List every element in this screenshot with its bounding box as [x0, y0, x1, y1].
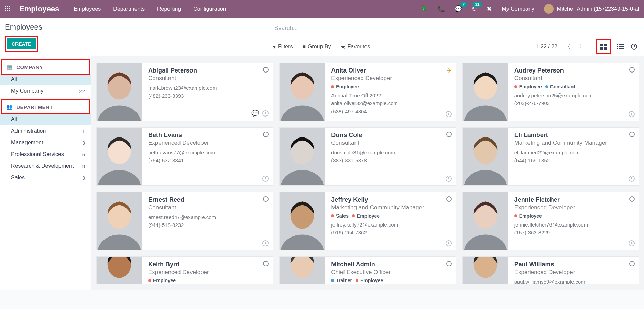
clock-icon[interactable] [446, 176, 452, 182]
presence-icon[interactable] [629, 132, 635, 137]
employee-card[interactable]: Anita OliverExperienced DeveloperEmploye… [279, 63, 456, 121]
presence-icon[interactable] [263, 261, 269, 266]
sidebar-item-label: My Company [11, 88, 43, 94]
clock-icon[interactable] [262, 240, 269, 246]
tag-dot-icon [514, 85, 517, 88]
employee-tag: Trainer [331, 278, 352, 283]
employee-body: Ernest ReedConsultanternest.reed47@examp… [142, 192, 273, 250]
favorites-button[interactable]: ★ Favorites [341, 44, 370, 50]
sidebar-department-item[interactable]: All [0, 113, 91, 125]
clock-icon[interactable] [262, 176, 269, 182]
employee-role: Consultant [148, 204, 268, 211]
sidebar-item-label: Sales [11, 175, 25, 181]
bug-icon[interactable]: 🪲 [420, 5, 428, 13]
activity-view-button[interactable] [630, 42, 638, 51]
employee-tags: Employee [148, 278, 268, 283]
clock-icon[interactable] [629, 111, 635, 117]
employee-body: Jennie FletcherExperienced DeveloperEmpl… [508, 192, 639, 250]
sidebar-department-item[interactable]: Administration1 [0, 125, 91, 137]
sidebar-department-item[interactable]: Sales3 [0, 172, 91, 184]
employee-card[interactable]: Mitchell AdminChief Executive OfficerTra… [279, 256, 456, 284]
employee-photo [463, 257, 508, 284]
employee-card[interactable]: Beth EvansExperienced Developerbeth.evan… [96, 127, 273, 186]
pager-range[interactable]: 1-22 / 22 [536, 44, 557, 50]
employee-card[interactable]: Eli LambertMarketing and Community Manag… [462, 127, 639, 186]
presence-icon[interactable] [629, 67, 635, 73]
clock-icon[interactable] [446, 240, 452, 246]
groupby-button[interactable]: ≡ Group By [303, 44, 331, 50]
sidebar-department-header[interactable]: 👥 DEPARTMENT [2, 100, 89, 113]
phone-icon[interactable]: 📞 [437, 5, 445, 13]
groupby-label: Group By [308, 44, 331, 50]
company-selector[interactable]: My Company [502, 6, 534, 12]
presence-icon[interactable] [629, 261, 635, 266]
tag-dot-icon [331, 85, 334, 88]
nav-reporting[interactable]: Reporting [157, 6, 181, 12]
card-status-tr [629, 261, 635, 266]
employee-card[interactable]: Jeffrey KellyMarketing and Community Man… [279, 192, 456, 250]
presence-icon[interactable] [263, 196, 269, 202]
employee-name: Jeffrey Kelly [331, 196, 451, 203]
pager-next-icon[interactable]: 〉 [578, 42, 586, 52]
employee-card[interactable]: Paul WilliamsExperienced Developerpaul.w… [462, 256, 639, 284]
employee-card[interactable]: Ernest ReedConsultanternest.reed47@examp… [96, 192, 273, 250]
chat-icon[interactable]: 💬 7 [455, 5, 462, 13]
create-button[interactable]: CREATE [7, 38, 36, 49]
employee-tags: Employee [514, 213, 634, 219]
chat-badge: 7 [460, 2, 467, 7]
tag-dot-icon [545, 85, 548, 88]
favorites-label: Favorites [348, 44, 370, 50]
sidebar-company-header[interactable]: 🏢 COMPANY [2, 60, 89, 74]
apps-icon[interactable] [5, 6, 11, 12]
presence-icon[interactable] [446, 196, 452, 202]
employee-card[interactable]: Keith ByrdExperienced DeveloperEmployee [96, 256, 273, 284]
employee-tag: Employee [514, 84, 542, 89]
employee-body: Keith ByrdExperienced DeveloperEmployee [142, 257, 273, 284]
employee-role: Consultant [148, 75, 268, 82]
presence-icon[interactable] [446, 261, 452, 266]
clock-icon[interactable] [262, 110, 269, 117]
employee-role: Experienced Developer [148, 140, 268, 146]
sidebar-company-item[interactable]: All [0, 74, 91, 85]
sidebar-department-item[interactable]: Professional Services5 [0, 148, 91, 160]
list-view-button[interactable] [616, 42, 625, 51]
sidebar-department-item[interactable]: Research & Development8 [0, 160, 91, 172]
tag-label: Consultant [550, 84, 575, 89]
pager-prev-icon[interactable]: 〈 [564, 42, 572, 52]
presence-icon[interactable] [446, 132, 452, 137]
employee-meta: ernest.reed47@example.com(944)-518-8232 [148, 213, 268, 229]
clock-icon[interactable] [446, 111, 452, 117]
employee-card[interactable]: Audrey PetersonConsultantEmployeeConsult… [462, 63, 639, 121]
nav-departments[interactable]: Departments [113, 6, 145, 12]
employee-meta: jennie.fletcher76@example.com(157)-363-8… [514, 221, 634, 237]
presence-icon[interactable] [263, 132, 269, 137]
nav-configuration[interactable]: Configuration [193, 6, 226, 12]
employee-card[interactable]: Doris ColeConsultantdoris.cole31@example… [279, 127, 456, 186]
view-switcher [596, 39, 638, 54]
clock-icon[interactable] [629, 240, 635, 246]
employee-name: Anita Oliver [331, 67, 451, 74]
employee-card[interactable]: Abigail PetersonConsultantmark.brown23@e… [96, 63, 273, 121]
presence-icon[interactable] [629, 196, 635, 202]
filters-button[interactable]: ▾ Filters [273, 44, 293, 50]
chat-bubble-icon[interactable]: 💬 [251, 110, 259, 117]
employee-card[interactable]: Jennie FletcherExperienced DeveloperEmpl… [462, 192, 639, 250]
clock-icon[interactable] [629, 176, 635, 182]
card-status-br [446, 176, 452, 182]
search-input[interactable] [273, 23, 638, 34]
employee-body: Eli LambertMarketing and Community Manag… [508, 128, 639, 185]
app-brand[interactable]: Employees [19, 4, 59, 13]
sidebar-company-label: COMPANY [16, 64, 43, 70]
tools-icon[interactable]: ✖ [487, 5, 492, 13]
clock-icon [631, 44, 637, 50]
kanban-icon [600, 44, 607, 50]
sidebar-department-item[interactable]: Management3 [0, 137, 91, 148]
kanban-view-button[interactable] [599, 42, 608, 51]
presence-icon[interactable] [263, 67, 269, 73]
activity-icon[interactable]: ↻ 31 [472, 5, 477, 13]
employee-role: Chief Executive Officer [331, 269, 451, 276]
nav-employees[interactable]: Employees [74, 6, 101, 12]
user-menu[interactable]: Mitchell Admin (15722349-15-0-al [544, 4, 639, 14]
sidebar-company-item[interactable]: My Company22 [0, 85, 91, 97]
sidebar-item-count: 5 [82, 152, 85, 157]
